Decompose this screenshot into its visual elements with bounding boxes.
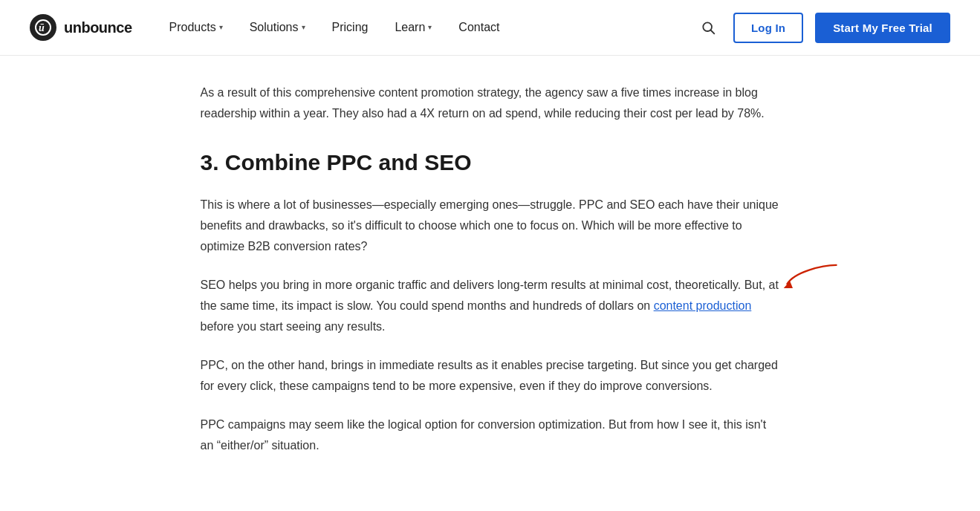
nav-item-learn[interactable]: Learn ▾	[384, 12, 442, 43]
body-paragraph-1: This is where a lot of businesses—especi…	[201, 195, 780, 257]
nav-item-contact[interactable]: Contact	[448, 12, 510, 43]
logo-text: unbounce	[64, 16, 132, 39]
nav-item-products[interactable]: Products ▾	[159, 12, 233, 43]
search-button[interactable]	[695, 14, 721, 41]
logo-icon: ū	[30, 14, 56, 41]
login-button[interactable]: Log In	[733, 13, 803, 43]
body-paragraph-3: PPC, on the other hand, brings in immedi…	[201, 355, 780, 397]
nav-links: Products ▾ Solutions ▾ Pricing Learn ▾ C…	[159, 12, 510, 43]
chevron-down-icon: ▾	[302, 22, 305, 33]
body-paragraph-2: SEO helps you bring in more organic traf…	[201, 275, 780, 337]
svg-text:ū: ū	[39, 22, 45, 33]
content-production-link[interactable]: content production	[654, 299, 752, 312]
svg-line-3	[711, 30, 715, 34]
main-content: As a result of this comprehensive conten…	[156, 56, 825, 511]
intro-paragraph: As a result of this comprehensive conten…	[201, 82, 780, 124]
red-arrow-annotation	[780, 261, 843, 290]
body-paragraph-4: PPC campaigns may seem like the logical …	[201, 414, 780, 456]
navbar-left: ū unbounce Products ▾ Solutions ▾ Pricin…	[30, 12, 510, 43]
logo-link[interactable]: ū unbounce	[30, 14, 132, 41]
search-icon	[701, 20, 715, 35]
section-heading: 3. Combine PPC and SEO	[201, 148, 780, 177]
svg-marker-4	[783, 281, 792, 288]
nav-item-pricing[interactable]: Pricing	[322, 12, 379, 43]
nav-item-solutions[interactable]: Solutions ▾	[239, 12, 316, 43]
navbar: ū unbounce Products ▾ Solutions ▾ Pricin…	[0, 0, 980, 56]
navbar-right: Log In Start My Free Trial	[695, 13, 950, 43]
chevron-down-icon: ▾	[428, 22, 432, 33]
start-trial-button[interactable]: Start My Free Trial	[815, 13, 950, 43]
paragraph-2-after-link: before you start seeing any results.	[201, 320, 386, 333]
chevron-down-icon: ▾	[219, 22, 223, 33]
